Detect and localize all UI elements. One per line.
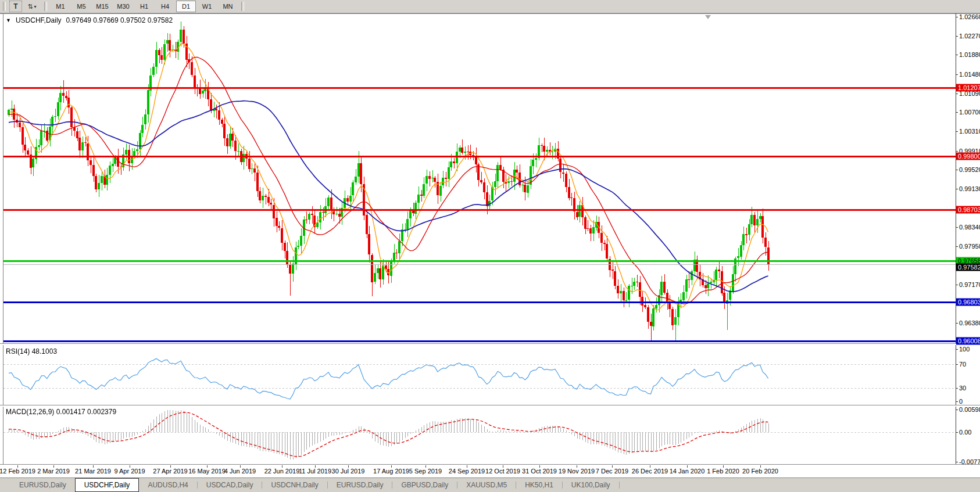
price-tick-label: 0.97170 <box>959 281 980 288</box>
chart-tab-usdchf[interactable]: USDCHF,Daily <box>75 478 140 492</box>
price-tick-label: 1.01880 <box>959 51 980 58</box>
chart-shift-marker[interactable] <box>705 15 711 19</box>
price-tick-mark <box>956 36 958 37</box>
timeframe-button-D1[interactable]: D1 <box>176 1 196 12</box>
rsi-tick-label: 0 <box>959 398 963 405</box>
chart-tab-eurusd[interactable]: EURUSD,Daily <box>328 478 392 492</box>
price-tick-label: 0.99130 <box>959 185 980 192</box>
price-tick-mark <box>956 189 958 189</box>
date-tick-label: 9 Apr 2019 <box>114 468 145 475</box>
arrange-icon: ⇅ <box>27 3 33 10</box>
main-rsi-separator[interactable] <box>0 343 980 345</box>
date-tick-label: 17 Aug 2019 <box>373 468 409 475</box>
price-tick-label: 1.02660 <box>959 13 980 20</box>
timeframe-button-M5[interactable]: M5 <box>71 1 91 12</box>
rsi-tick-mark <box>956 349 958 350</box>
price-tick-label: 0.99520 <box>959 166 980 173</box>
chart-tab-usdcad[interactable]: USDCAD,Daily <box>198 478 262 492</box>
date-tick-label: 20 Feb 2020 <box>742 468 778 475</box>
chart-tab-bar: EURUSD,DailyUSDCHF,DailyAUDUSD,H4USDCAD,… <box>0 477 980 492</box>
price-tick-mark <box>956 131 958 132</box>
chart-ohlc-values: 0.97649 0.97669 0.97502 0.97582 <box>66 16 173 24</box>
date-tick-label: 12 Oct 2019 <box>485 468 520 475</box>
chart-tab-audusd[interactable]: AUDUSD,H4 <box>139 478 196 492</box>
timeframe-button-M30[interactable]: M30 <box>113 1 133 12</box>
date-tick-label: 27 Apr 2019 <box>153 468 187 475</box>
rsi-tick-label: 30 <box>959 385 966 392</box>
macd-tick-label: -0.007737 <box>959 458 980 465</box>
timeframe-button-group: M1M5M15M30H1H4D1W1MN <box>50 1 238 12</box>
date-tick-label: 12 Feb 2019 <box>0 468 35 475</box>
timeframe-button-H1[interactable]: H1 <box>134 1 154 12</box>
rsi-tick-label: 70 <box>959 361 966 368</box>
price-tick-label: 1.01480 <box>959 71 980 78</box>
chart-tab-eurusd[interactable]: EURUSD,Daily <box>10 478 75 492</box>
price-line-label: 0.96803 <box>956 299 980 306</box>
date-tick-label: 7 Dec 2019 <box>596 468 628 475</box>
rsi-tick-mark <box>956 364 958 365</box>
price-chart-canvas[interactable] <box>3 14 956 343</box>
chart-title: ▼ USDCHF,Daily 0.97649 0.97669 0.97502 0… <box>6 16 173 24</box>
price-line-label: 0.97582 <box>956 263 980 271</box>
toolbar-grip <box>241 2 244 11</box>
macd-tick-mark <box>956 432 958 433</box>
toolbar-grip <box>3 2 6 11</box>
date-tick-label: 5 Sep 2019 <box>409 468 442 475</box>
price-tick-mark <box>956 170 958 170</box>
date-tick-label: 4 Jun 2019 <box>224 468 256 475</box>
timeframe-button-H4[interactable]: H4 <box>155 1 175 12</box>
price-tick-mark <box>956 74 958 75</box>
date-axis: 12 Feb 20192 Mar 201921 Mar 20199 Apr 20… <box>0 465 980 477</box>
chart-tab-hk50[interactable]: HK50,H1 <box>516 478 562 492</box>
timeframe-button-W1[interactable]: W1 <box>197 1 217 12</box>
price-tick-label: 1.00310 <box>959 128 980 135</box>
timeframe-button-M15[interactable]: M15 <box>92 1 112 12</box>
price-line-label: 0.99800 <box>956 152 980 160</box>
date-tick-label: 1 Feb 2020 <box>707 468 739 475</box>
chart-symbol-period: USDCHF,Daily <box>16 16 62 24</box>
rsi-indicator-label: RSI(14) 48.1003 <box>6 347 57 355</box>
price-tick-mark <box>956 55 958 55</box>
chart-tab-usdcnh[interactable]: USDCNH,Daily <box>262 478 327 492</box>
price-tick-mark <box>956 323 958 324</box>
price-tick-mark <box>956 285 958 285</box>
chart-tab-gbpusd[interactable]: GBPUSD,Daily <box>392 478 457 492</box>
price-tick-label: 0.97950 <box>959 243 980 250</box>
timeframe-button-M1[interactable]: M1 <box>51 1 70 12</box>
chart-context-triangle-icon[interactable]: ▼ <box>6 17 11 23</box>
price-tick-label: 1.00700 <box>959 109 980 116</box>
date-tick-label: 26 Dec 2019 <box>632 468 668 475</box>
date-tick-label: 14 Jan 2020 <box>670 468 705 475</box>
price-line-label: 0.98703 <box>956 206 980 213</box>
date-tick-label: 22 Jun 2019 <box>264 468 300 475</box>
macd-indicator-label: MACD(12,26,9) 0.001417 0.002379 <box>6 408 116 416</box>
chart-tab-uk100[interactable]: UK100,Daily <box>563 478 619 492</box>
text-tool-button[interactable]: T <box>9 1 22 12</box>
macd-tick-label: 0.005986 <box>959 406 980 413</box>
price-tick-mark <box>956 112 958 113</box>
price-line-label: 0.96008 <box>956 337 980 345</box>
price-line-label: 1.01207 <box>956 84 980 91</box>
chevron-down-icon: ▾ <box>34 4 37 9</box>
price-tick-label: 0.98340 <box>959 224 980 231</box>
toolbar-grip <box>44 2 47 11</box>
macd-panel-canvas[interactable] <box>3 407 956 464</box>
price-tick-label: 0.96380 <box>959 319 980 326</box>
date-tick-label: 24 Sep 2019 <box>449 468 485 475</box>
price-tick-label: 1.02270 <box>959 33 980 39</box>
price-tick-mark <box>956 94 958 94</box>
date-tick-label: 16 May 2019 <box>188 468 226 475</box>
price-tick-mark <box>956 246 958 247</box>
date-tick-label: 19 Nov 2019 <box>559 468 595 475</box>
rsi-tick-mark <box>956 401 958 402</box>
price-tick-mark <box>956 227 958 228</box>
rsi-macd-separator[interactable] <box>0 405 980 407</box>
macd-tick-mark <box>956 410 958 410</box>
rsi-panel-canvas[interactable] <box>3 345 956 405</box>
macd-tick-label: 0.00 <box>959 429 971 436</box>
top-toolbar: T ⇅ ▾ M1M5M15M30H1H4D1W1MN <box>0 0 980 13</box>
rsi-tick-mark <box>956 388 958 389</box>
chart-tab-xauusd[interactable]: XAUUSD,M5 <box>457 478 516 492</box>
timeframe-button-MN[interactable]: MN <box>218 1 238 12</box>
arrange-windows-button[interactable]: ⇅ ▾ <box>23 1 41 12</box>
